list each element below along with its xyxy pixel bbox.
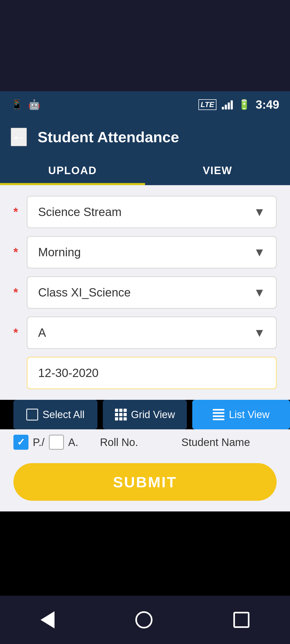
signal-bar-4 (231, 100, 233, 109)
status-icons-left: 📱 🤖 (11, 99, 40, 110)
submit-button[interactable]: SUBMIT (13, 463, 277, 501)
grid-cell-4 (115, 413, 118, 416)
roll-header: Roll No. (89, 436, 150, 448)
grid-cell-8 (119, 417, 122, 420)
absent-checkbox[interactable] (49, 435, 64, 450)
nav-home-button[interactable] (135, 611, 153, 628)
class-dropdown[interactable]: Class XI_Science ▼ (27, 276, 277, 309)
signal-bars (222, 100, 233, 109)
back-button[interactable]: ← (11, 128, 27, 146)
grid-cell-6 (124, 413, 127, 416)
android-icon: 🤖 (28, 99, 40, 110)
class-value: Class XI_Science (38, 286, 131, 299)
black-top-area (0, 0, 290, 91)
session-dropdown[interactable]: Morning ▼ (27, 236, 277, 268)
class-required-star: * (13, 286, 21, 299)
header-pa-section: ✓ P./ A. (13, 435, 83, 450)
signal-bar-3 (228, 103, 230, 109)
section-dropdown[interactable]: A ▼ (27, 317, 277, 349)
class-dropdown-arrow: ▼ (253, 286, 265, 299)
present-label: P./ (33, 436, 45, 448)
section-required-star: * (13, 326, 21, 339)
list-view-button[interactable]: List View (192, 400, 290, 429)
grid-view-button[interactable]: Grid View (103, 400, 187, 429)
session-dropdown-arrow: ▼ (253, 246, 265, 259)
page-title: Student Attendance (38, 128, 179, 146)
section-value: A (38, 326, 46, 339)
session-row: * Morning ▼ (13, 236, 277, 268)
name-header: Student Name (155, 436, 277, 448)
absent-label: A. (68, 436, 78, 448)
home-nav-icon (135, 611, 153, 628)
select-all-checkbox-icon (26, 409, 38, 420)
battery-icon: 🔋 (238, 99, 250, 110)
list-line-1 (213, 409, 224, 411)
date-input[interactable]: 12-30-2020 (27, 357, 277, 389)
time-display: 3:49 (256, 98, 279, 111)
signal-bar-2 (225, 105, 227, 109)
session-required-star: * (13, 246, 21, 259)
date-row: * 12-30-2020 (13, 357, 277, 389)
action-buttons-row: Select All Grid View List View (13, 400, 290, 429)
tab-bar: UPLOAD VIEW (0, 156, 290, 185)
list-line-4 (213, 419, 224, 420)
grid-cell-1 (115, 409, 118, 412)
grid-view-label: Grid View (131, 409, 175, 420)
stream-required-star: * (13, 205, 21, 219)
app-header: ← Student Attendance (0, 118, 290, 156)
tab-view[interactable]: VIEW (145, 156, 290, 185)
grid-cell-3 (124, 409, 127, 412)
grid-cell-9 (124, 417, 127, 420)
sim-icon: 📱 (11, 99, 23, 110)
select-all-label: Select All (42, 409, 84, 420)
signal-bar-1 (222, 107, 224, 109)
grid-cell-2 (119, 409, 122, 412)
select-all-button[interactable]: Select All (13, 400, 97, 429)
lte-badge: LTE (198, 99, 216, 110)
list-view-label: List View (229, 409, 269, 420)
status-icons-right: LTE 🔋 3:49 (198, 98, 279, 111)
list-line-3 (213, 415, 224, 417)
class-row: * Class XI_Science ▼ (13, 276, 277, 309)
back-nav-icon (41, 611, 55, 628)
section-dropdown-arrow: ▼ (253, 326, 265, 339)
session-value: Morning (38, 246, 81, 259)
nav-recents-button[interactable] (233, 612, 249, 628)
grid-view-icon (115, 409, 127, 420)
stream-dropdown[interactable]: Science Stream ▼ (27, 196, 277, 228)
main-content: * Science Stream ▼ * Morning ▼ * Class X… (0, 185, 290, 400)
present-checkbox[interactable]: ✓ (13, 435, 28, 450)
grid-cell-5 (119, 413, 122, 416)
stream-dropdown-arrow: ▼ (253, 205, 265, 219)
table-header-row: ✓ P./ A. Roll No. Student Name (0, 429, 290, 455)
list-line-2 (213, 412, 224, 414)
grid-cell-7 (115, 417, 118, 420)
stream-row: * Science Stream ▼ (13, 196, 277, 228)
submit-area: SUBMIT (0, 455, 290, 511)
nav-bar (0, 596, 290, 644)
list-view-icon (213, 409, 224, 420)
section-row: * A ▼ (13, 317, 277, 349)
recents-nav-icon (233, 612, 249, 628)
stream-value: Science Stream (38, 205, 122, 219)
date-value: 12-30-2020 (38, 366, 99, 380)
checkmark-icon: ✓ (17, 437, 25, 448)
nav-back-button[interactable] (41, 611, 55, 628)
tab-upload[interactable]: UPLOAD (0, 156, 145, 185)
status-bar: 📱 🤖 LTE 🔋 3:49 (0, 91, 290, 118)
